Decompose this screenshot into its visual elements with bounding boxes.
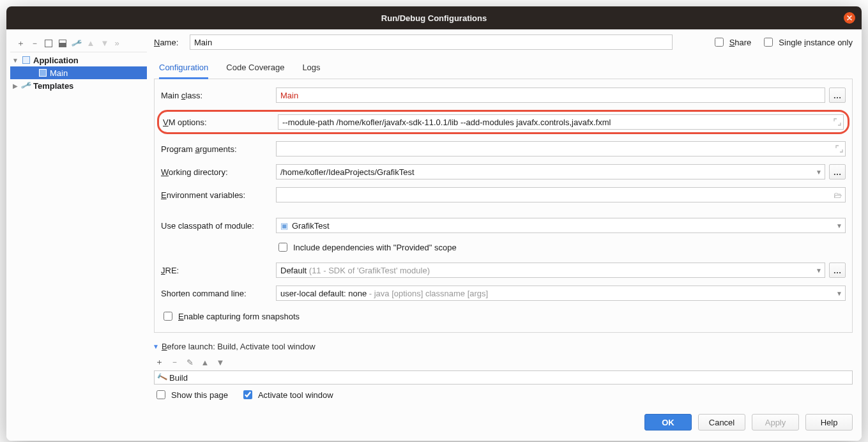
- tree-label: Application: [33, 56, 79, 65]
- vm-options-label: VM options:: [163, 118, 278, 127]
- before-launch-task-build[interactable]: 🔨 Build: [154, 370, 853, 385]
- tab-logs[interactable]: Logs: [302, 59, 320, 79]
- templates-icon: 🔧: [22, 81, 31, 90]
- configurations-sidebar: ＋ － 🔧 ▲ ▼ » ▼ Application: [6, 29, 148, 406]
- expand-icon: ▼: [153, 343, 159, 350]
- collapse-icon: ▶: [11, 82, 19, 89]
- tree-label: Templates: [33, 81, 73, 91]
- enable-snapshots-checkbox[interactable]: Enable capturing form snapshots: [161, 310, 300, 323]
- browse-jre-button[interactable]: …: [829, 263, 846, 278]
- application-icon: [22, 56, 31, 65]
- cancel-button[interactable]: Cancel: [698, 414, 745, 431]
- before-launch-toolbar: ＋ － ✎ ▲ ▼: [154, 355, 853, 369]
- main-class-field[interactable]: [276, 88, 825, 103]
- working-dir-label: Working directory:: [161, 167, 276, 177]
- program-args-label: Program arguments:: [161, 144, 276, 154]
- wrench-icon: 🔧: [71, 37, 83, 49]
- classpath-module-label: Use classpath of module:: [161, 221, 276, 231]
- activate-tool-window-checkbox[interactable]: Activate tool window: [241, 388, 333, 401]
- ok-button[interactable]: OK: [644, 414, 692, 431]
- module-icon: ▣: [280, 221, 288, 231]
- help-button[interactable]: Help: [805, 414, 853, 431]
- tree-node-main[interactable]: Main: [10, 66, 147, 79]
- working-dir-field[interactable]: /home/kofler/IdeaProjects/GrafikTest ▼: [276, 164, 825, 179]
- edit-defaults-button[interactable]: 🔧: [70, 37, 83, 50]
- chevron-down-icon: ▼: [816, 169, 822, 176]
- copy-config-button[interactable]: [42, 37, 55, 50]
- config-tree[interactable]: ▼ Application Main ▶ 🔧 Templates: [10, 54, 147, 92]
- shorten-cmd-combo[interactable]: user-local default: none - java [options…: [276, 286, 846, 301]
- name-label: Name:: [154, 38, 183, 47]
- expand-icon: ▼: [11, 57, 19, 64]
- env-vars-field[interactable]: [276, 187, 846, 202]
- remove-config-button[interactable]: －: [28, 37, 41, 50]
- add-task-button[interactable]: ＋: [154, 357, 164, 367]
- single-instance-checkbox[interactable]: Single instance only: [761, 36, 853, 49]
- env-vars-label: Environment variables:: [161, 190, 276, 200]
- move-up-button[interactable]: ▲: [84, 37, 97, 50]
- close-window-button[interactable]: [844, 12, 855, 24]
- tree-node-application[interactable]: ▼ Application: [10, 54, 147, 66]
- program-args-field[interactable]: [276, 141, 846, 156]
- chevron-down-icon: ▼: [816, 267, 822, 274]
- close-icon: [846, 15, 853, 21]
- vm-options-field[interactable]: [278, 114, 844, 130]
- main-class-label: Main class:: [161, 91, 276, 100]
- before-launch-header[interactable]: ▼ Before launch: Build, Activate tool wi…: [153, 342, 853, 351]
- classpath-module-combo[interactable]: ▣ GrafikTest ▼: [276, 218, 846, 233]
- include-provided-checkbox[interactable]: Include dependencies with "Provided" sco…: [276, 241, 457, 254]
- tree-node-templates[interactable]: ▶ 🔧 Templates: [10, 79, 147, 92]
- apply-button[interactable]: Apply: [752, 414, 799, 431]
- browse-main-class-button[interactable]: …: [829, 88, 846, 103]
- copy-icon: [45, 40, 52, 47]
- save-config-button[interactable]: [56, 37, 69, 50]
- name-field[interactable]: [190, 34, 673, 50]
- move-down-button[interactable]: ▼: [98, 37, 111, 50]
- edit-task-button[interactable]: ✎: [185, 357, 195, 367]
- share-checkbox[interactable]: Share: [712, 36, 752, 49]
- dialog-window: Run/Debug Configurations ＋ － 🔧 ▲ ▼ »: [6, 6, 862, 441]
- move-task-up-button[interactable]: ▲: [200, 357, 210, 367]
- hammer-icon: 🔨: [156, 372, 168, 383]
- dialog-footer: OK Cancel Apply Help: [6, 406, 862, 441]
- overflow-icon: »: [112, 37, 121, 50]
- show-this-page-checkbox[interactable]: Show this page: [154, 388, 228, 401]
- jre-label: JRE:: [161, 266, 276, 275]
- tab-configuration[interactable]: Configuration: [159, 59, 208, 79]
- tree-label: Main: [50, 68, 68, 78]
- jre-combo[interactable]: Default (11 - SDK of 'GrafikTest' module…: [276, 263, 825, 278]
- add-config-button[interactable]: ＋: [14, 37, 27, 50]
- sidebar-toolbar: ＋ － 🔧 ▲ ▼ »: [10, 34, 147, 52]
- application-icon: [38, 68, 47, 77]
- browse-working-dir-button[interactable]: …: [829, 164, 846, 179]
- configuration-panel: Name: Share Single instance only: [148, 29, 862, 406]
- window-title: Run/Debug Configurations: [381, 13, 487, 23]
- move-task-down-button[interactable]: ▼: [215, 357, 225, 367]
- shorten-cmd-label: Shorten command line:: [161, 289, 276, 298]
- chevron-down-icon: ▼: [836, 222, 842, 229]
- folder-icon[interactable]: 🗁: [834, 190, 842, 200]
- remove-task-button[interactable]: －: [169, 357, 179, 367]
- tab-code-coverage[interactable]: Code Coverage: [226, 59, 284, 79]
- titlebar: Run/Debug Configurations: [6, 6, 862, 29]
- chevron-down-icon: ▼: [836, 290, 842, 297]
- save-icon: [59, 40, 66, 47]
- config-tabs: Configuration Code Coverage Logs: [154, 59, 853, 79]
